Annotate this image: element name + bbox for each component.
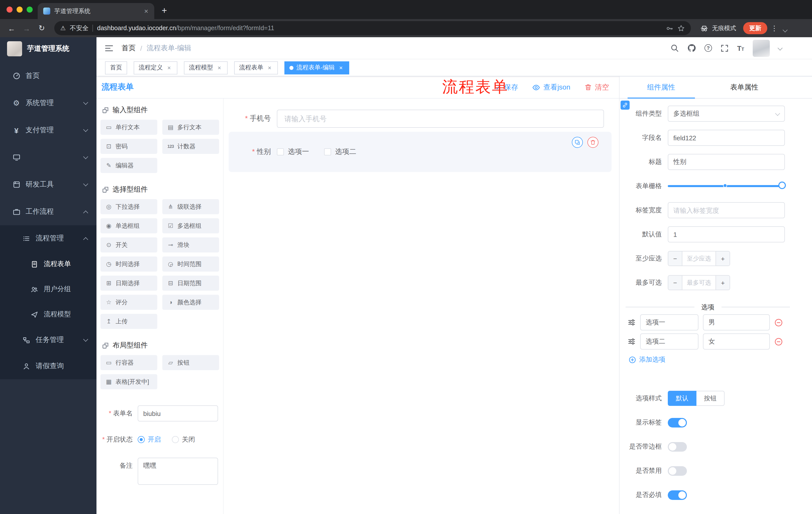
fullscreen-icon[interactable] [721, 44, 729, 52]
tab-form-props[interactable]: 表单属性 [703, 77, 786, 98]
tag-process-form[interactable]: 流程表单× [234, 61, 278, 74]
chip-single-line-text[interactable]: ▭单行文本 [100, 120, 157, 135]
tag-close-icon[interactable]: × [338, 64, 344, 71]
remove-option-icon[interactable] [774, 337, 783, 346]
option-label-input[interactable] [640, 314, 698, 330]
browser-menu-icon[interactable]: ⋮ [769, 24, 779, 32]
style-default-button[interactable]: 默认 [668, 391, 696, 406]
address-bar[interactable]: ⚠ 不安全 dashboard.yudao.iocoder.cn/bpm/man… [54, 21, 691, 35]
chip-table[interactable]: ▦表格[开发中] [100, 374, 157, 389]
sidebar-item-workflow[interactable]: 工作流程 [0, 198, 96, 225]
grid-slider[interactable] [668, 178, 785, 194]
add-option-button[interactable]: 添加选项 [619, 351, 812, 364]
decrease-button[interactable]: − [668, 276, 683, 290]
option-label-input[interactable] [640, 333, 698, 350]
chip-checkbox-group[interactable]: ☑多选框组 [162, 218, 219, 233]
chip-editor[interactable]: ✎编辑器 [100, 158, 157, 173]
chip-color-picker[interactable]: ◑颜色选择 [162, 295, 219, 310]
stepper-placeholder[interactable]: 最多可选 [683, 276, 716, 290]
forward-button[interactable]: → [20, 22, 33, 35]
close-button[interactable] [6, 6, 12, 12]
sidebar-toggle-icon[interactable] [105, 44, 114, 52]
search-icon[interactable] [670, 44, 679, 52]
sidebar-item-devtools[interactable]: 研发工具 [0, 171, 96, 198]
form-name-input[interactable] [138, 405, 218, 422]
sidebar-logo[interactable]: 芋道管理系统 [0, 37, 96, 60]
component-type-select[interactable]: 多选框组 [668, 106, 785, 122]
link-icon[interactable] [620, 101, 630, 110]
chip-date-range[interactable]: ⊟日期范围 [162, 276, 219, 291]
back-button[interactable]: ← [5, 22, 18, 35]
copy-field-button[interactable] [572, 137, 583, 148]
tag-home[interactable]: 首页 [105, 61, 127, 74]
tab-close-icon[interactable]: × [142, 7, 150, 15]
phone-input[interactable] [277, 110, 604, 128]
increase-button[interactable]: + [716, 276, 730, 290]
style-button-button[interactable]: 按钮 [696, 391, 725, 406]
sidebar-item-process-mgmt[interactable]: 流程管理 [0, 225, 96, 251]
chevron-down-icon[interactable] [783, 27, 788, 32]
sidebar-item-infra[interactable] [0, 144, 96, 171]
sidebar-item-process-model[interactable]: 流程模型 [0, 302, 96, 327]
chip-password[interactable]: ⊡密码 [100, 139, 157, 154]
checkbox-option-1[interactable]: 选项一 [277, 147, 309, 156]
sidebar-item-process-form[interactable]: 流程表单 [0, 251, 96, 277]
radio-off[interactable]: 关闭 [172, 435, 195, 444]
chip-button[interactable]: ▱按钮 [162, 355, 219, 370]
chip-row-container[interactable]: ▭行容器 [100, 355, 157, 370]
clear-button[interactable]: 清空 [584, 83, 609, 92]
tag-process-form-edit[interactable]: 流程表单-编辑× [284, 61, 349, 74]
drag-handle-icon[interactable] [628, 337, 636, 346]
gender-field-selected[interactable]: 性别 选项一 选项二 [229, 132, 611, 172]
profile-button[interactable]: 无痕模式 [700, 24, 736, 32]
chip-switch[interactable]: ⊙开关 [100, 237, 157, 252]
chip-slider[interactable]: ⊸滑块 [162, 237, 219, 252]
decrease-button[interactable]: − [668, 251, 683, 266]
chip-upload[interactable]: ↥上传 [100, 314, 157, 329]
view-json-button[interactable]: 查看json [532, 83, 570, 92]
sidebar-item-home[interactable]: 首页 [0, 62, 96, 89]
field-name-input[interactable] [668, 130, 785, 146]
delete-field-button[interactable] [587, 137, 599, 148]
new-tab-button[interactable]: + [157, 3, 171, 18]
key-icon[interactable] [666, 24, 673, 32]
remove-option-icon[interactable] [774, 318, 783, 327]
increase-button[interactable]: + [716, 251, 730, 266]
reload-button[interactable]: ↻ [35, 22, 48, 35]
disabled-toggle[interactable] [668, 466, 687, 476]
chevron-down-icon[interactable] [778, 46, 783, 51]
update-button[interactable]: 更新 [743, 22, 767, 34]
avatar[interactable] [753, 39, 770, 57]
form-remark-input[interactable]: 嘿嘿 [138, 458, 218, 485]
required-toggle[interactable] [668, 490, 687, 500]
maximize-button[interactable] [27, 6, 33, 12]
border-toggle[interactable] [668, 442, 687, 451]
minimize-button[interactable] [17, 6, 23, 12]
tab-component-props[interactable]: 组件属性 [619, 77, 703, 98]
phone-field[interactable]: 手机号 [229, 110, 611, 128]
sidebar-item-user-group[interactable]: 用户分组 [0, 277, 96, 302]
drag-handle-icon[interactable] [628, 318, 636, 326]
tag-process-model[interactable]: 流程模型× [184, 61, 228, 74]
chip-cascader[interactable]: ⋔级联选择 [162, 199, 219, 214]
checkbox-option-2[interactable]: 选项二 [324, 147, 356, 156]
chip-multi-line-text[interactable]: ▤多行文本 [162, 120, 219, 135]
help-icon[interactable]: ? [704, 44, 712, 52]
github-icon[interactable] [687, 44, 696, 52]
chip-date-picker[interactable]: ⊞日期选择 [100, 276, 157, 291]
sidebar-item-leave-query[interactable]: 请假查询 [0, 353, 96, 379]
tag-close-icon[interactable]: × [166, 64, 172, 71]
save-button[interactable]: ✓保存 [495, 83, 518, 92]
designer-canvas[interactable]: 手机号 性别 [224, 99, 619, 514]
slider-handle[interactable] [778, 182, 786, 189]
chip-rate[interactable]: ☆评分 [100, 295, 157, 310]
default-value-input[interactable] [668, 226, 785, 242]
chip-counter[interactable]: 123计数器 [162, 139, 219, 154]
browser-tab[interactable]: 芋道管理系统 × [38, 3, 154, 19]
bookmark-star-icon[interactable] [677, 24, 685, 32]
chip-radio-group[interactable]: ◉单选框组 [100, 218, 157, 233]
show-label-toggle[interactable] [668, 418, 687, 427]
label-width-input[interactable] [668, 202, 785, 218]
sidebar-item-payment[interactable]: ¥ 支付管理 [0, 117, 96, 144]
tag-process-definition[interactable]: 流程定义× [134, 61, 177, 74]
